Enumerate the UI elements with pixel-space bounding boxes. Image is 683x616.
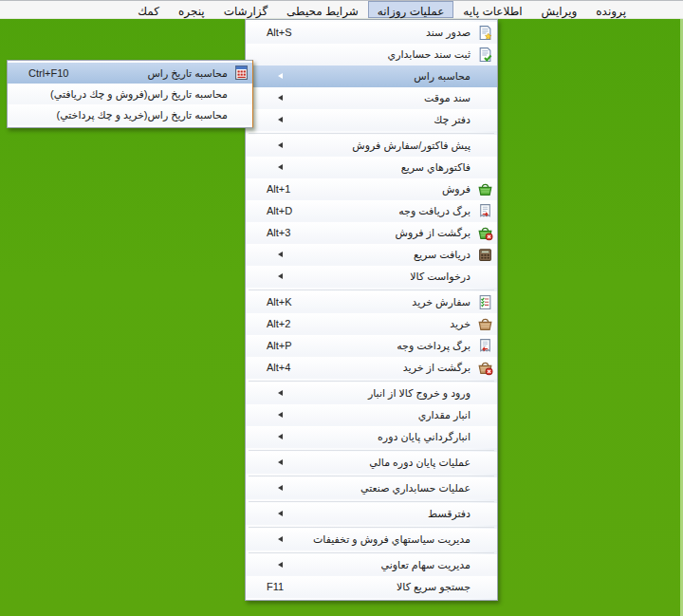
dropdown-item-15[interactable]: خریدAlt+2 <box>246 313 497 335</box>
menu-item-label: ثبت سند حسابداري <box>388 48 471 60</box>
submenu-arrow-icon <box>278 73 283 79</box>
dropdown-item-4[interactable]: دفتر چك <box>246 109 497 131</box>
submenu-arrow-icon <box>278 117 283 122</box>
calculator-icon <box>233 65 249 81</box>
dropdown-item-29[interactable]: مدیریت سیاستهاي فروش و تخفیفات <box>246 529 497 551</box>
dropdown-item-17[interactable]: برگشت از خریدAlt+4 <box>246 357 497 379</box>
dropdown-item-16[interactable]: برگ پرداخت وجهAlt+P <box>246 335 497 357</box>
menu-item-label: دریافت سریع <box>414 249 471 260</box>
submenu-arrow-icon <box>278 142 283 148</box>
menubar-item-0[interactable]: پرونده <box>586 1 636 18</box>
app-window: پروندهویرایشاطلاعات پایهعملیات روزانهشرا… <box>0 0 683 616</box>
menu-separator <box>249 450 494 451</box>
menu-item-label: محاسبه تاریخ راس(خرید و چك پرداختي) <box>56 109 228 121</box>
submenu-item-2[interactable]: محاسبه تاریخ راس(خرید و چك پرداختي) <box>8 104 252 125</box>
menu-item-label: برگ دریافت وجه <box>398 205 471 216</box>
basket-tan-return-icon <box>477 360 493 376</box>
submenu-arrow-icon <box>278 459 283 465</box>
submenu-arrow-icon <box>278 562 283 568</box>
menu-item-label: صدور سند <box>426 27 471 38</box>
dropdown-item-25[interactable]: عملیات حسابداري صنعتي <box>246 477 497 499</box>
document-new-icon <box>477 25 493 41</box>
menu-item-label: عملیات حسابداري صنعتي <box>360 482 471 494</box>
menu-shortcut: F11 <box>267 576 284 598</box>
menu-item-label: فاكتورهاي سریع <box>401 161 471 173</box>
submenu-arrow-icon <box>278 95 283 101</box>
menubar-item-5[interactable]: گزارشات <box>214 1 277 18</box>
dropdown-item-7[interactable]: فاكتورهاي سریع <box>246 157 497 178</box>
menu-separator <box>249 476 494 476</box>
menubar-item-4[interactable]: شرایط محیطی <box>277 1 368 18</box>
dropdown-item-32[interactable]: جستجو سریع كالاF11 <box>246 576 497 598</box>
submenu-arrow-icon <box>278 511 283 516</box>
menu-shortcut: Alt+S <box>267 22 292 44</box>
menubar-item-2[interactable]: اطلاعات پایه <box>453 1 531 18</box>
submenu-item-0[interactable]: محاسبه تاریخ راسCtrl+F10 <box>8 63 252 84</box>
dropdown-item-8[interactable]: فروشAlt+1 <box>246 178 497 200</box>
menu-shortcut: Alt+K <box>267 291 292 313</box>
dropdown-item-6[interactable]: پیش فاكتور/سفارش فروش <box>246 135 497 157</box>
menubar-item-3[interactable]: عملیات روزانه <box>368 1 453 18</box>
dropdown-item-1[interactable]: ثبت سند حسابداري <box>246 44 497 65</box>
dropdown-item-27[interactable]: دفترقسط <box>246 503 497 525</box>
dropdown-item-12[interactable]: درخواست كالا <box>246 266 497 288</box>
menu-shortcut: Alt+3 <box>267 222 290 244</box>
dropdown-item-21[interactable]: انبارگرداني پایان دوره <box>246 426 497 448</box>
menu-item-label: فروش <box>442 183 471 195</box>
menu-separator <box>249 381 494 382</box>
menu-item-label: مدیریت سیاستهاي فروش و تخفیفات <box>313 533 471 545</box>
dropdown-item-19[interactable]: ورود و خروج كالا از انبار <box>246 383 497 404</box>
submenu-arrow-icon <box>278 252 283 257</box>
menu-item-label: جستجو سریع كالا <box>397 581 471 592</box>
basket-green-return-icon <box>477 225 493 241</box>
menu-separator <box>249 289 494 290</box>
menu-item-label: انبارگرداني پایان دوره <box>378 431 471 442</box>
dropdown-item-3[interactable]: سند موقت <box>246 87 497 109</box>
ras-date-submenu: محاسبه تاریخ راسCtrl+F10محاسبه تاریخ راس… <box>7 60 253 128</box>
menu-separator <box>249 527 494 528</box>
dropdown-item-23[interactable]: عملیات پایان دوره مالي <box>246 452 497 474</box>
submenu-arrow-icon <box>278 536 283 542</box>
menu-item-label: انبار مقداري <box>418 409 471 420</box>
menu-item-label: محاسبه تاریخ راس(فروش و چك دریافتي) <box>50 88 228 100</box>
menu-item-label: پیش فاكتور/سفارش فروش <box>352 140 471 151</box>
menu-item-label: محاسبه تاریخ راس <box>147 67 228 79</box>
dropdown-item-11[interactable]: دریافت سریع <box>246 244 497 266</box>
menubar-item-6[interactable]: پنجره <box>169 1 214 18</box>
menu-separator <box>249 133 494 134</box>
menu-item-label: سفارش خرید <box>412 296 471 308</box>
menu-item-label: برگ پرداخت وجه <box>397 340 471 351</box>
submenu-arrow-icon <box>278 485 283 491</box>
menu-shortcut: Alt+4 <box>267 357 290 379</box>
menu-item-label: درخواست كالا <box>410 271 471 282</box>
menu-shortcut: Alt+2 <box>267 313 290 335</box>
receipt-in-icon <box>477 203 493 219</box>
cash-register-icon <box>477 247 493 263</box>
submenu-item-1[interactable]: محاسبه تاریخ راس(فروش و چك دریافتي) <box>8 84 252 104</box>
menu-item-label: سند موقت <box>424 92 471 103</box>
menu-item-label: برگشت از فروش <box>395 227 471 238</box>
submenu-arrow-icon <box>278 164 283 170</box>
menubar-item-1[interactable]: ویرایش <box>532 1 587 18</box>
menu-separator <box>249 552 494 553</box>
menu-shortcut: Alt+1 <box>267 178 290 200</box>
dropdown-item-9[interactable]: برگ دریافت وجهAlt+D <box>246 200 497 222</box>
submenu-arrow-icon <box>278 390 283 396</box>
dropdown-item-2[interactable]: محاسبه راس <box>246 65 497 87</box>
basket-tan-icon <box>477 316 493 332</box>
menu-item-label: محاسبه راس <box>414 70 471 82</box>
menu-item-label: دفترقسط <box>428 508 471 519</box>
menu-item-label: خرید <box>450 318 471 329</box>
submenu-arrow-icon <box>278 273 283 279</box>
dropdown-item-10[interactable]: برگشت از فروشAlt+3 <box>246 222 497 244</box>
menu-shortcut: Alt+D <box>267 200 292 222</box>
menubar: پروندهویرایشاطلاعات پایهعملیات روزانهشرا… <box>0 0 683 19</box>
dropdown-item-20[interactable]: انبار مقداري <box>246 404 497 426</box>
menu-item-label: ورود و خروج كالا از انبار <box>368 387 471 399</box>
basket-green-icon <box>477 181 493 197</box>
dropdown-item-0[interactable]: صدور سندAlt+S <box>246 22 497 44</box>
dropdown-item-31[interactable]: مدیریت سهام تعاوني <box>246 554 497 576</box>
dropdown-item-14[interactable]: سفارش خریدAlt+K <box>246 291 497 313</box>
menubar-item-7[interactable]: كمك <box>128 1 169 18</box>
document-check-icon <box>477 47 493 63</box>
